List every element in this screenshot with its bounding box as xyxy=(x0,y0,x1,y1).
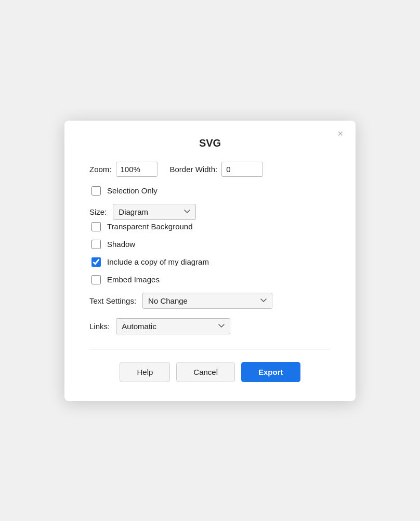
divider xyxy=(89,349,331,349)
border-width-label: Border Width: xyxy=(170,165,218,174)
zoom-label: Zoom: xyxy=(89,165,112,174)
selection-only-row: Selection Only xyxy=(91,186,331,196)
text-settings-label: Text Settings: xyxy=(89,296,136,305)
include-copy-label[interactable]: Include a copy of my diagram xyxy=(107,257,209,266)
size-select[interactable]: Diagram Page Custom xyxy=(113,204,196,220)
transparent-bg-checkbox[interactable] xyxy=(91,222,101,231)
embed-images-row: Embed Images xyxy=(91,275,331,284)
text-settings-select[interactable]: No Change Embed Fonts Convert to Text xyxy=(142,293,272,309)
embed-images-label[interactable]: Embed Images xyxy=(107,275,160,284)
embed-images-checkbox[interactable] xyxy=(91,275,101,284)
transparent-bg-label[interactable]: Transparent Background xyxy=(107,222,193,231)
cancel-button[interactable]: Cancel xyxy=(176,362,235,382)
links-row: Links: Automatic Blank Self xyxy=(89,318,331,334)
include-copy-checkbox[interactable] xyxy=(91,257,101,267)
include-copy-row: Include a copy of my diagram xyxy=(91,257,331,267)
zoom-input[interactable] xyxy=(116,162,158,177)
shadow-label[interactable]: Shadow xyxy=(107,240,135,249)
shadow-row: Shadow xyxy=(91,240,331,249)
dialog-title: SVG xyxy=(89,137,331,149)
selection-only-checkbox[interactable] xyxy=(91,186,101,196)
transparent-bg-row: Transparent Background xyxy=(91,222,331,231)
svg-export-dialog: × SVG Zoom: Border Width: Selection Only… xyxy=(64,121,356,401)
size-label: Size: xyxy=(89,207,107,216)
size-row: Size: Diagram Page Custom xyxy=(89,204,331,220)
border-width-input[interactable] xyxy=(221,162,263,177)
button-row: Help Cancel Export xyxy=(89,362,331,382)
zoom-border-row: Zoom: Border Width: xyxy=(89,162,331,177)
close-button[interactable]: × xyxy=(334,128,346,139)
selection-only-label[interactable]: Selection Only xyxy=(107,186,158,195)
export-button[interactable]: Export xyxy=(241,362,300,382)
help-button[interactable]: Help xyxy=(120,362,170,382)
links-select[interactable]: Automatic Blank Self xyxy=(116,318,230,334)
shadow-checkbox[interactable] xyxy=(91,240,101,249)
text-settings-row: Text Settings: No Change Embed Fonts Con… xyxy=(89,293,331,309)
links-label: Links: xyxy=(89,322,110,331)
